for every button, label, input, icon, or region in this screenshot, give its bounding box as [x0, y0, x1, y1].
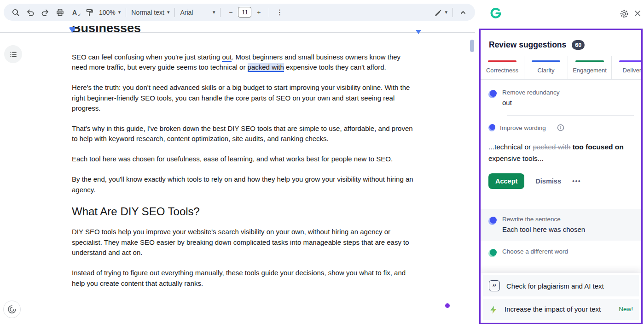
spellcheck-button[interactable]: A✓	[67, 6, 82, 19]
replacement-text: too focused on	[570, 143, 623, 151]
tab-label: Clarity	[538, 67, 555, 74]
docs-toolbar: A✓ 100% ▾ Normal text ▾ Arial ▾ − 11 +	[4, 4, 475, 21]
panel-footer: ” Check for plagiarism and AI text Incre…	[481, 273, 641, 323]
search-button[interactable]	[8, 6, 23, 19]
tab-engagement[interactable]: Engagement	[568, 56, 612, 79]
paragraph[interactable]: DIY SEO tools help you improve your webs…	[72, 227, 415, 258]
font-family-value: Arial	[180, 9, 193, 16]
indent-marker-right[interactable]	[416, 30, 421, 34]
tab-clarity[interactable]: Clarity	[524, 56, 568, 79]
preview-text: ...technical or	[488, 143, 533, 151]
grammarly-panel: Review suggestions 60 Correctness Clarit…	[479, 29, 643, 324]
toolbar-divider	[174, 8, 175, 17]
tab-engagement-bar	[575, 60, 604, 62]
suggestion-card-remove-redundancy[interactable]: Remove redundancy out	[481, 80, 641, 115]
chevron-up-icon	[459, 9, 467, 16]
active-suggestion-highlight[interactable]: packed with	[248, 63, 284, 72]
redo-button[interactable]	[38, 6, 52, 19]
plagiarism-label: Check for plagiarism and AI text	[506, 282, 604, 290]
tab-delivery[interactable]: Delivery	[612, 56, 641, 79]
gear-icon	[620, 9, 629, 18]
suggestion-card-rewrite-sentence[interactable]: Rewrite the sentence Each tool here was …	[481, 209, 641, 241]
suggestion-snippet: out	[502, 99, 560, 106]
panel-header: Review suggestions 60	[481, 30, 641, 56]
plagiarism-check-button[interactable]: ” Check for plagiarism and AI text	[483, 275, 639, 296]
hide-menus-button[interactable]	[456, 6, 470, 19]
removed-text: packed with	[533, 143, 571, 151]
document-scrollbar[interactable]	[470, 40, 474, 52]
paint-format-button[interactable]	[82, 6, 97, 19]
font-family-select[interactable]: Arial ▾	[178, 6, 217, 19]
redo-icon	[41, 8, 49, 17]
lightning-icon	[489, 305, 498, 314]
google-docs-window: A✓ 100% ▾ Normal text ▾ Arial ▾ − 11 +	[0, 0, 644, 325]
increase-impact-button[interactable]: Increase the impact of your text New!	[483, 299, 639, 320]
suggestion-category: Improve wording	[500, 124, 546, 131]
suggestion-snippet: Each tool here was chosen	[502, 225, 585, 233]
section-heading[interactable]: What Are DIY SEO Tools?	[72, 207, 415, 217]
suggestion-tabs: Correctness Clarity Engagement Delivery	[481, 56, 641, 80]
preview-text: expensive tools...	[488, 154, 544, 162]
font-size-input[interactable]: 11	[238, 7, 251, 18]
tab-correctness[interactable]: Correctness	[481, 56, 524, 79]
toolbar-divider	[126, 8, 126, 17]
suggestion-category: Rewrite the sentence	[502, 216, 585, 223]
more-vertical-icon: ⋮	[276, 8, 283, 17]
zoom-select[interactable]: 100% ▾	[97, 6, 123, 19]
document-heading-clipped[interactable]: Businesses	[72, 26, 141, 39]
suggestion-card-improve-wording: Improve wording ...technical or packed w…	[481, 116, 641, 198]
print-button[interactable]	[52, 6, 67, 19]
toolbar-divider	[220, 8, 220, 17]
paragraph[interactable]: Instead of trying to figure out everythi…	[72, 268, 415, 289]
suggestion-category: Choose a different word	[502, 248, 568, 255]
paragraph-style-value: Normal text	[131, 9, 164, 16]
grammarly-inline-indicator[interactable]	[445, 303, 450, 308]
assistant-widget-button[interactable]	[3, 301, 21, 318]
more-options-button[interactable]: •••	[572, 177, 581, 185]
paint-format-icon	[85, 8, 94, 17]
paragraph[interactable]: SEO can feel confusing when you're just …	[72, 52, 415, 73]
quote-icon: ”	[489, 280, 500, 291]
suggestion-underline[interactable]: out	[222, 53, 232, 62]
toolbar-divider	[453, 8, 453, 17]
editing-mode-select[interactable]: ▾	[431, 6, 450, 19]
suggestion-card-choose-word[interactable]: Choose a different word	[481, 241, 641, 266]
chevron-down-icon: ▾	[213, 9, 215, 15]
tab-correctness-bar	[488, 60, 516, 62]
document-body[interactable]: SEO can feel confusing when you're just …	[72, 52, 415, 299]
search-icon	[12, 8, 20, 17]
grammarly-logo	[489, 7, 502, 22]
clarity-dot-icon	[488, 217, 496, 225]
dismiss-button[interactable]: Dismiss	[535, 177, 561, 185]
clarity-dot-icon	[488, 124, 495, 131]
tab-clarity-bar	[532, 60, 560, 62]
suggestion-preview-text: ...technical or packed with too focused …	[488, 141, 633, 164]
more-toolbar-options-button[interactable]: ⋮	[272, 6, 287, 19]
outline-icon	[9, 50, 18, 59]
pen-icon	[434, 8, 442, 17]
info-button[interactable]	[557, 124, 564, 131]
font-size-value: 11	[242, 9, 248, 16]
paragraph-style-select[interactable]: Normal text ▾	[129, 6, 172, 19]
undo-icon	[26, 8, 35, 17]
minus-icon: −	[229, 9, 232, 16]
paragraph[interactable]: That's why in this guide, I've broken do…	[72, 124, 415, 144]
info-icon	[557, 124, 564, 131]
settings-button[interactable]	[620, 9, 629, 20]
chevron-down-icon: ▾	[445, 9, 447, 15]
accept-button[interactable]: Accept	[488, 173, 524, 189]
engagement-dot-icon	[488, 249, 496, 257]
tab-delivery-bar	[619, 60, 641, 62]
increase-font-size-button[interactable]: +	[251, 6, 266, 19]
paragraph[interactable]: Each tool here was chosen for usefulness…	[72, 154, 415, 164]
show-outline-button[interactable]	[4, 45, 22, 63]
decrease-font-size-button[interactable]: −	[223, 6, 238, 19]
close-sidebar-button[interactable]	[634, 10, 641, 18]
indent-marker-left[interactable]	[70, 29, 75, 33]
undo-button[interactable]	[23, 6, 38, 19]
panel-title: Review suggestions	[489, 40, 566, 50]
chevron-down-icon: ▾	[118, 9, 121, 15]
paragraph[interactable]: By the end, you'll know exactly which to…	[72, 174, 415, 195]
tab-label: Correctness	[486, 67, 518, 74]
paragraph[interactable]: Here's the truth: you don't need advance…	[72, 83, 415, 113]
